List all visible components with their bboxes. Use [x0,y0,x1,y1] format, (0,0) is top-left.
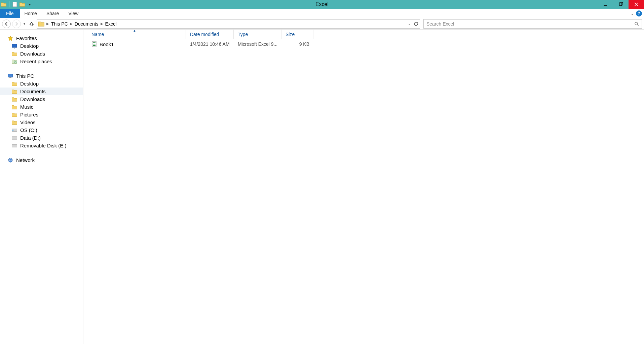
chevron-right-icon[interactable]: ▶ [70,22,73,26]
properties-icon[interactable] [12,1,18,7]
svg-rect-4 [620,2,623,5]
thispc-root[interactable]: This PC [0,72,83,80]
svg-rect-10 [8,74,13,77]
column-label: Name [91,32,104,37]
column-label: Date modified [190,32,219,37]
folder-icon [11,120,17,125]
sidebar-item-label: Removable Disk (E:) [20,143,67,148]
drive-icon [11,128,17,133]
svg-rect-14 [12,137,17,139]
sidebar-item-data-d[interactable]: Data (D:) [0,134,83,142]
favorites-root[interactable]: Favorites [0,34,83,42]
sidebar-item-pictures[interactable]: Pictures [0,111,83,118]
sidebar-item-label: Downloads [20,96,45,102]
sidebar-item-label: Downloads [20,51,45,57]
tab-file[interactable]: File [0,9,20,18]
separator [9,1,9,7]
folder-icon [11,89,17,94]
sort-ascending-icon: ▲ [133,29,136,32]
sidebar-item-os-c[interactable]: OS (C:) [0,126,83,134]
sidebar-item-label: Music [20,104,33,110]
sidebar-item-documents[interactable]: Documents [0,88,83,95]
network-root[interactable]: Network [0,156,83,164]
sidebar-item-music[interactable]: Music [0,103,83,111]
quick-access-toolbar: ▾ [0,1,36,7]
sidebar-item-removable-e[interactable]: Removable Disk (E:) [0,142,83,149]
file-name-cell: Book1 [83,41,186,47]
navigation-pane: Favorites Desktop Downloads Recent place… [0,30,83,344]
qat-dropdown-icon[interactable]: ▾ [27,1,33,7]
sidebar-item-label: Desktop [20,43,39,49]
window-title: Excel [315,1,329,7]
drive-icon [11,143,17,148]
svg-rect-18 [93,42,96,43]
sidebar-item-recent-places[interactable]: Recent places [0,58,83,65]
minimize-button[interactable] [598,0,613,9]
help-icon[interactable]: ? [636,10,642,16]
column-header-size[interactable]: Size [281,30,313,39]
file-size-cell: 9 KB [281,41,313,47]
svg-rect-1 [13,3,15,3]
sidebar-item-label: Data (D:) [20,135,41,141]
chevron-right-icon[interactable]: ▶ [101,22,103,26]
file-date-cell: 1/4/2021 10:46 AM [186,41,234,47]
svg-rect-20 [93,45,96,46]
folder-icon [11,112,17,117]
search-box[interactable] [423,19,642,29]
recent-icon [11,59,17,64]
svg-rect-19 [93,44,96,44]
column-label: Size [286,32,295,37]
file-row[interactable]: Book1 1/4/2021 10:46 AM Microsoft Excel … [83,39,644,49]
folder-icon [11,97,17,102]
sidebar-item-videos[interactable]: Videos [0,118,83,126]
thispc-group: This PC Desktop Documents Downloads Musi… [0,72,83,149]
recent-locations-dropdown[interactable]: ▾ [22,22,27,26]
refresh-icon[interactable] [414,22,418,26]
address-toolbar: ▾ ▶ This PC ▶ Documents ▶ Excel ⌄ [0,18,644,30]
favorites-group: Favorites Desktop Downloads Recent place… [0,34,83,65]
separator [35,1,35,7]
breadcrumb-documents[interactable]: Documents [75,21,99,27]
ribbon-right-controls: ⌄ ? [631,9,644,18]
sidebar-item-label: Recent places [20,59,52,64]
column-header-date[interactable]: Date modified [186,30,234,39]
sidebar-item-downloads[interactable]: Downloads [0,50,83,58]
ribbon-tabs: File Home Share View ⌄ ? [0,9,644,18]
folder-icon[interactable] [1,1,7,7]
ribbon-expand-icon[interactable]: ⌄ [631,11,634,16]
maximize-button[interactable] [613,0,629,9]
folder-icon [11,104,17,110]
computer-icon [7,73,13,79]
tab-home[interactable]: Home [20,9,42,18]
file-name: Book1 [100,41,114,47]
up-button[interactable] [28,20,35,28]
address-bar[interactable]: ▶ This PC ▶ Documents ▶ Excel ⌄ [37,19,420,29]
back-button[interactable] [2,20,11,28]
column-header-type[interactable]: Type [234,30,281,39]
breadcrumb-this-pc[interactable]: This PC [51,21,68,27]
favorites-label: Favorites [16,35,37,41]
sidebar-item-label: Videos [20,119,36,125]
search-input[interactable] [426,21,634,27]
search-icon[interactable] [634,22,639,26]
forward-button[interactable] [12,20,21,28]
sidebar-item-desktop[interactable]: Desktop [0,42,83,50]
sidebar-item-desktop[interactable]: Desktop [0,80,83,88]
address-dropdown-icon[interactable]: ⌄ [408,22,411,26]
drive-icon [11,135,17,141]
tab-share[interactable]: Share [42,9,64,18]
content-pane: Name ▲ Date modified Type Size Book1 1/4… [83,30,644,344]
breadcrumb-excel[interactable]: Excel [105,21,117,27]
column-label: Type [238,32,248,37]
close-button[interactable] [629,0,644,9]
tab-view[interactable]: View [64,9,83,18]
svg-rect-8 [14,48,15,48]
column-header-name[interactable]: Name ▲ [83,30,186,39]
network-group: Network [0,156,83,164]
new-folder-icon[interactable] [19,1,25,7]
chevron-right-icon[interactable]: ▶ [46,22,49,26]
titlebar: ▾ Excel [0,0,644,9]
svg-rect-15 [12,144,17,147]
sidebar-item-downloads[interactable]: Downloads [0,95,83,103]
svg-rect-11 [9,77,11,78]
